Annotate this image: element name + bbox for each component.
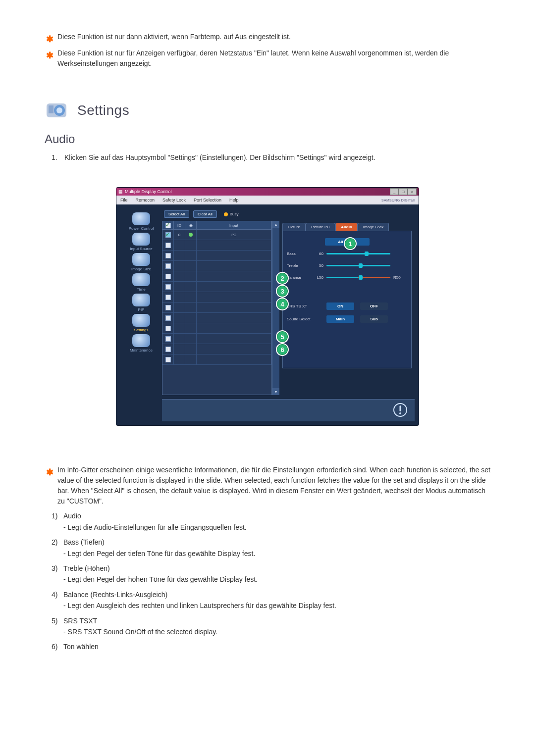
pip-icon (132, 294, 150, 306)
grid-col-id[interactable]: ID (174, 221, 185, 229)
list-item-6: 6)Ton wählen (52, 641, 490, 652)
select-all-button[interactable]: Select All (164, 210, 189, 218)
tab-picture-pc[interactable]: Picture PC (306, 223, 335, 231)
window-close-button[interactable]: × (408, 188, 417, 195)
table-row[interactable]: 0 PC (162, 230, 271, 240)
bass-value: 60 (311, 252, 323, 256)
settings-icon (132, 314, 150, 327)
row-checkbox[interactable] (165, 336, 171, 342)
treble-slider[interactable]: Treble 50 (287, 260, 407, 270)
note-2: ✱ Diese Funktion ist nur für Anzeigen ve… (45, 48, 490, 69)
list-item-1: 1)Audio (52, 510, 490, 521)
table-row (162, 251, 271, 261)
grid-col-status[interactable]: ◉ (185, 221, 197, 229)
table-row (162, 282, 271, 292)
star-icon: ✱ (45, 49, 54, 70)
grid-col-input[interactable]: Input (197, 221, 271, 229)
svg-rect-5 (400, 405, 401, 411)
row-checkbox[interactable] (165, 347, 171, 352)
note-text: Diese Funktion ist nur für Anzeigen verf… (57, 48, 490, 69)
row-checkbox[interactable] (165, 243, 171, 248)
menu-safety-lock[interactable]: Safety Lock (162, 198, 186, 202)
row-checkbox[interactable] (165, 357, 171, 362)
sound-select-label: Sound Select (287, 317, 323, 321)
tab-image-lock[interactable]: Image Lock (358, 223, 389, 231)
srs-row: SRS TS XT ON OFF (287, 301, 407, 311)
row-id: 0 (174, 230, 185, 240)
menu-port-selection[interactable]: Port Selection (194, 198, 221, 202)
sound-main-button[interactable]: Main (326, 315, 354, 323)
list-item-desc: - Legt den Pegel der tiefen Töne für das… (63, 548, 490, 559)
table-row (162, 292, 271, 302)
menu-file[interactable]: File (120, 198, 128, 202)
balance-slider[interactable]: Balance L50 R50 (287, 272, 407, 282)
row-checkbox[interactable] (165, 326, 171, 331)
sidebar-item-image-size[interactable]: Image Size (120, 253, 162, 271)
scroll-down-icon[interactable]: ▼ (272, 388, 279, 395)
note-1: ✱ Diese Funktion ist nur dann aktiviert,… (45, 32, 490, 45)
clear-all-button[interactable]: Clear All (193, 210, 217, 218)
busy-indicator: Busy (224, 212, 239, 216)
section-heading: Settings (77, 102, 129, 118)
sidebar-item-maintenance[interactable]: Maintenance (120, 334, 162, 353)
srs-on-button[interactable]: ON (326, 302, 354, 310)
tab-audio[interactable]: Audio (335, 223, 358, 231)
balance-left: L50 (311, 275, 323, 280)
step-1: 1. Klicken Sie auf das Hauptsymbol "Sett… (52, 152, 490, 163)
table-row (162, 302, 271, 313)
sidebar-item-input-source[interactable]: Input Source (120, 233, 162, 251)
sidebar-item-power-control[interactable]: Power Control (120, 212, 162, 231)
srs-off-button[interactable]: OFF (360, 302, 388, 310)
sidebar-item-pip[interactable]: PIP (120, 294, 162, 312)
treble-value: 50 (311, 263, 323, 268)
sidebar-item-label: Input Source (130, 247, 152, 251)
subsection-heading: Audio (45, 132, 490, 146)
list-item-3: 3)Treble (Höhen) (52, 563, 490, 574)
list-item-desc: - Legt die Audio-Einstellungen für alle … (63, 522, 490, 533)
list-item-desc: - Legt den Pegel der hohen Töne für das … (63, 574, 490, 585)
row-checkbox[interactable] (165, 284, 171, 290)
row-checkbox[interactable] (165, 263, 171, 269)
step-number: 1. (52, 152, 64, 163)
scroll-up-icon[interactable]: ▲ (272, 221, 279, 228)
sidebar-item-time[interactable]: Time (120, 273, 162, 292)
row-checkbox[interactable] (165, 232, 171, 238)
window-minimize-button[interactable]: _ (390, 188, 399, 195)
audio-panel: All Inputs Bass 60 Treble 50 (282, 231, 412, 368)
window-maximize-button[interactable]: □ (399, 188, 408, 195)
list-item-5: 5)SRS TSXT (52, 615, 490, 626)
note-text: Im Info-Gitter erscheinen einige wesentl… (57, 465, 490, 506)
table-row (162, 271, 271, 282)
menu-remocon[interactable]: Remocon (136, 198, 155, 202)
menu-help[interactable]: Help (229, 198, 239, 202)
row-checkbox[interactable] (165, 274, 171, 279)
status-bar (162, 399, 415, 421)
list-item-4: 4)Balance (Rechts-Links-Ausgleich) (52, 589, 490, 600)
window-titlebar: ▦ Multiple Display Control _ □ × (116, 188, 419, 196)
grid-col-check[interactable] (162, 221, 174, 229)
svg-point-6 (399, 412, 401, 414)
power-icon (132, 212, 150, 225)
sidebar-item-settings[interactable]: Settings (120, 314, 162, 332)
svg-rect-3 (49, 105, 54, 113)
window-title: Multiple Display Control (125, 189, 172, 194)
treble-label: Treble (287, 263, 311, 268)
row-checkbox[interactable] (165, 315, 171, 321)
bass-slider[interactable]: Bass 60 (287, 249, 407, 258)
srs-label: SRS TS XT (287, 304, 323, 308)
tab-picture[interactable]: Picture (282, 223, 306, 231)
row-checkbox[interactable] (165, 305, 171, 310)
busy-label: Busy (230, 212, 239, 216)
settings-section-icon (45, 99, 68, 122)
note-text: Diese Funktion ist nur dann aktiviert, w… (57, 32, 490, 45)
row-checkbox[interactable] (165, 253, 171, 258)
table-row (162, 354, 271, 365)
row-input: PC (197, 230, 271, 240)
list-item-desc: - Legt den Ausgleich des rechten und lin… (63, 600, 490, 611)
menu-bar: File Remocon Safety Lock Port Selection … (116, 196, 419, 204)
sound-sub-button[interactable]: Sub (360, 315, 388, 323)
svg-point-2 (56, 107, 62, 113)
row-checkbox[interactable] (165, 295, 171, 300)
maintenance-icon (132, 334, 150, 347)
sidebar-item-label: Time (137, 287, 145, 292)
